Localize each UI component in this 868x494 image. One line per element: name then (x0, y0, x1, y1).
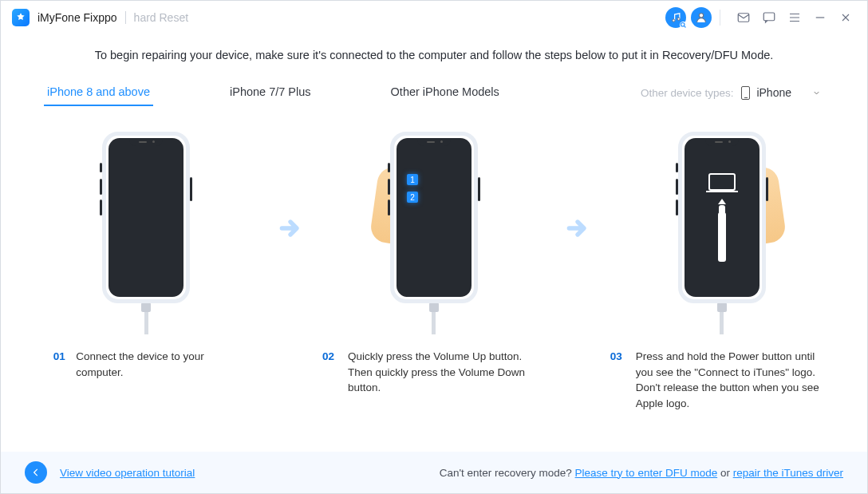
svg-point-1 (677, 18, 680, 20)
phone-illustration-1 (102, 132, 190, 303)
step-3-text: Press and hold the Power button until yo… (636, 349, 834, 411)
step-3-number: 03 (610, 349, 628, 411)
feedback-icon[interactable] (759, 7, 779, 28)
repair-driver-link[interactable]: repair the iTunes driver (733, 467, 843, 479)
app-name: iMyFone Fixppo (37, 11, 117, 24)
music-search-icon[interactable] (665, 7, 686, 28)
selected-type: iPhone (756, 86, 791, 99)
arrow-right-icon (278, 215, 303, 241)
svg-rect-5 (763, 13, 775, 21)
titlebar-divider (125, 11, 126, 24)
footer-bar: View video operation tutorial Can't ente… (1, 452, 867, 493)
steps-row: 01 Connect the device to your computer. … (25, 109, 843, 427)
step-1-number: 01 (50, 349, 68, 380)
instruction-text: To begin repairing your device, make sur… (25, 49, 843, 61)
mail-icon[interactable] (733, 7, 754, 28)
tab-other-iphone[interactable]: Other iPhone Models (391, 76, 499, 109)
minimize-button[interactable] (810, 7, 831, 28)
app-logo (12, 9, 30, 26)
volume-badge-2: 2 (407, 192, 418, 203)
device-tabs: iPhone 8 and above iPhone 7/7 Plus Other… (25, 69, 843, 109)
steps-card: iPhone 8 and above iPhone 7/7 Plus Other… (25, 69, 843, 427)
menu-icon[interactable] (784, 7, 805, 28)
phone-illustration-2: 1 2 (390, 132, 478, 303)
step-3: 03 Press and hold the Power button until… (610, 132, 834, 411)
section-title: hard Reset (134, 11, 188, 24)
phone-illustration-3 (678, 132, 766, 303)
tab-iphone-7[interactable]: iPhone 7/7 Plus (230, 76, 311, 109)
svg-point-3 (699, 14, 703, 18)
footer-hint: Can't enter recovery mode? Please try to… (440, 467, 843, 479)
other-types-label: Other device types: (641, 87, 733, 99)
step-2: 1 2 02 Quickly press the Volume Up butto… (322, 132, 546, 396)
svg-point-0 (672, 19, 674, 22)
titlebar-separator (720, 10, 720, 26)
connect-itunes-icon (685, 138, 760, 297)
back-button[interactable] (25, 461, 47, 484)
step-2-number: 02 (322, 349, 340, 396)
video-tutorial-link[interactable]: View video operation tutorial (60, 467, 195, 479)
device-type-select[interactable]: iPhone (741, 86, 821, 100)
step-2-text: Quickly press the Volume Up button. Then… (348, 349, 546, 396)
phone-outline-icon (741, 86, 750, 100)
svg-rect-4 (738, 14, 749, 22)
step-1: 01 Connect the device to your computer. (34, 132, 258, 380)
account-icon[interactable] (691, 7, 712, 28)
step-1-text: Connect the device to your computer. (76, 349, 242, 380)
tab-iphone-8-above[interactable]: iPhone 8 and above (47, 76, 150, 109)
dfu-mode-link[interactable]: Please try to enter DFU mode (575, 467, 718, 479)
close-button[interactable] (835, 7, 856, 28)
titlebar: iMyFone Fixppo hard Reset (1, 1, 867, 34)
chevron-down-icon (812, 89, 821, 97)
svg-point-2 (681, 23, 685, 27)
volume-badge-1: 1 (407, 174, 418, 185)
arrow-right-icon (565, 215, 590, 241)
